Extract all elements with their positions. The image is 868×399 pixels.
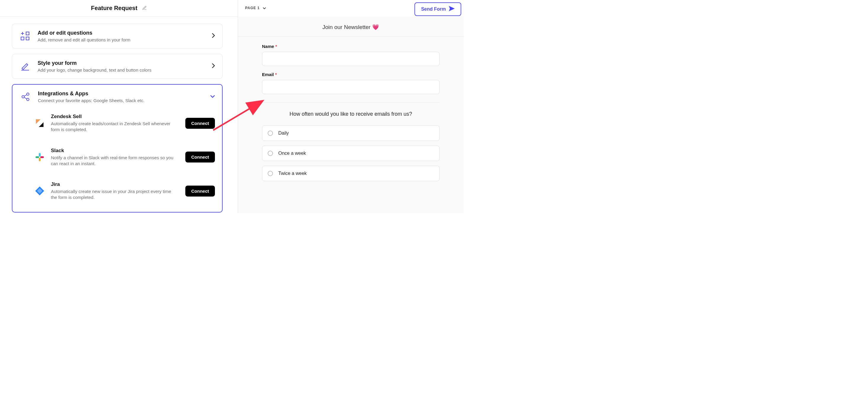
card-title: Integrations & Apps <box>38 91 204 97</box>
name-field: Name * <box>262 44 440 66</box>
radio-option[interactable]: Twice a week <box>262 166 440 181</box>
radio-icon <box>268 171 273 176</box>
integration-name: Jira <box>51 181 179 187</box>
integration-name: Slack <box>51 148 179 154</box>
svg-point-6 <box>22 96 24 98</box>
settings-panel: Add or edit questions Add, remove and ed… <box>12 24 223 213</box>
svg-rect-15 <box>39 158 40 161</box>
integrations-card: Integrations & Apps Connect your favorit… <box>12 84 223 213</box>
radio-option[interactable]: Once a week <box>262 146 440 161</box>
connect-button[interactable]: Connect <box>185 152 215 162</box>
svg-line-9 <box>24 95 27 96</box>
integrations-header[interactable]: Integrations & Apps Connect your favorit… <box>20 91 215 103</box>
radio-options: Daily Once a week Twice a week <box>262 125 440 181</box>
send-form-button[interactable]: Send Form <box>414 2 461 16</box>
connect-button[interactable]: Connect <box>185 186 215 196</box>
radio-icon <box>268 151 273 156</box>
chevron-down-icon <box>262 6 266 10</box>
svg-marker-11 <box>36 119 40 124</box>
connect-button[interactable]: Connect <box>185 118 215 129</box>
integration-desc: Notify a channel in Slack with real-time… <box>51 155 175 167</box>
chevron-down-icon <box>210 94 215 99</box>
form-preview: Join our Newsletter 💗 Name * Email * How… <box>238 17 464 213</box>
share-icon <box>20 91 31 103</box>
style-icon <box>19 60 31 72</box>
slack-icon <box>34 152 45 162</box>
style-form-card[interactable]: Style your form Add your logo, change ba… <box>12 54 223 79</box>
question-title: How often would you like to receive emai… <box>238 103 464 125</box>
email-label: Email * <box>262 72 440 77</box>
label-text: Name <box>262 44 274 49</box>
required-indicator: * <box>275 72 277 77</box>
form-name-header: Feature Request <box>0 5 238 12</box>
card-subtitle: Add, remove and edit all questions in yo… <box>38 37 205 42</box>
email-field: Email * <box>262 72 440 94</box>
form-fields-section: Name * Email * <box>262 37 440 103</box>
chevron-right-icon <box>212 63 215 69</box>
svg-rect-16 <box>40 156 44 158</box>
card-subtitle: Connect your favorite apps: Google Sheet… <box>38 98 204 103</box>
card-title: Add or edit questions <box>38 30 205 36</box>
name-input[interactable] <box>262 52 440 66</box>
jira-icon <box>34 186 45 196</box>
edit-icon[interactable] <box>142 5 147 12</box>
send-icon <box>449 6 455 12</box>
radio-icon <box>268 130 273 136</box>
page-selector[interactable]: PAGE 1 <box>245 6 266 10</box>
svg-rect-14 <box>35 156 39 158</box>
send-label: Send Form <box>421 6 446 12</box>
form-name: Feature Request <box>91 5 137 11</box>
svg-point-7 <box>27 93 29 95</box>
preview-title: Join our Newsletter 💗 <box>238 17 464 37</box>
integration-jira: Jira Automatically create new issue in y… <box>20 177 215 205</box>
option-label: Twice a week <box>278 171 307 176</box>
svg-point-8 <box>27 98 29 101</box>
integration-name: Zendesk Sell <box>51 114 179 120</box>
label-text: Email <box>262 72 274 77</box>
radio-option[interactable]: Daily <box>262 125 440 141</box>
add-questions-icon <box>19 30 31 42</box>
chevron-right-icon <box>212 33 215 39</box>
svg-rect-2 <box>26 32 29 35</box>
integration-zendesk: Zendesk Sell Automatically create leads/… <box>20 110 215 137</box>
integration-slack: Slack Notify a channel in Slack with rea… <box>20 144 215 171</box>
name-label: Name * <box>262 44 440 49</box>
integration-desc: Automatically create new issue in your J… <box>51 189 175 201</box>
integration-desc: Automatically create leads/contact in Ze… <box>51 121 175 133</box>
svg-marker-19 <box>449 6 455 11</box>
svg-rect-4 <box>26 37 29 40</box>
card-subtitle: Add your logo, change background, text a… <box>38 67 205 72</box>
card-title: Style your form <box>38 60 205 66</box>
svg-rect-13 <box>39 153 40 157</box>
svg-line-10 <box>24 97 27 99</box>
email-input[interactable] <box>262 80 440 94</box>
required-indicator: * <box>275 44 277 49</box>
svg-rect-3 <box>21 37 24 40</box>
page-label: PAGE 1 <box>245 6 260 10</box>
add-edit-questions-card[interactable]: Add or edit questions Add, remove and ed… <box>12 24 223 49</box>
svg-marker-12 <box>39 122 43 127</box>
zendesk-icon <box>34 118 45 128</box>
option-label: Once a week <box>278 151 306 156</box>
option-label: Daily <box>278 130 289 136</box>
